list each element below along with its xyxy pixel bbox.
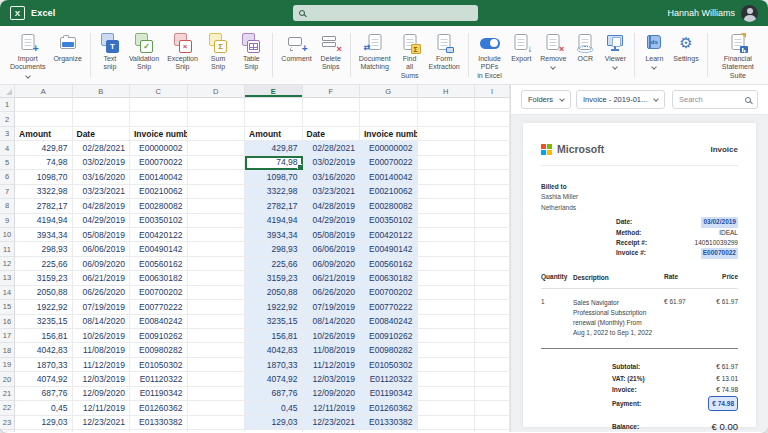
row-header-2[interactable]: 2	[0, 112, 15, 126]
cell-G6[interactable]: E00140042	[360, 170, 418, 184]
cell-F20[interactable]: 12/03/2019	[303, 372, 361, 386]
ribbon-button-learn[interactable]: dsLearn	[639, 31, 669, 69]
cell-D19[interactable]	[188, 358, 246, 372]
cell-F23[interactable]: 12/23/2021	[303, 416, 361, 430]
cell-E14[interactable]: 2050,88	[245, 286, 303, 300]
cell-H20[interactable]	[418, 372, 476, 386]
ribbon-button-exception-snip[interactable]: ×Exception Snip	[163, 31, 202, 72]
row-header-22[interactable]: 22	[0, 401, 15, 415]
cell-G2[interactable]	[360, 112, 418, 126]
cell-G8[interactable]: E00280082	[360, 199, 418, 213]
cell-G14[interactable]: E00700202	[360, 286, 418, 300]
cell-D18[interactable]	[188, 343, 246, 357]
cell-B19[interactable]: 11/12/2019	[73, 358, 131, 372]
cell-C20[interactable]: E01120322	[130, 372, 188, 386]
cell-D21[interactable]	[188, 387, 246, 401]
cell-C4[interactable]: E00000002	[130, 141, 188, 155]
cell-D15[interactable]	[188, 300, 246, 314]
cell-D5[interactable]	[188, 156, 246, 170]
cell-D24[interactable]	[188, 430, 246, 432]
cell-G21[interactable]: E01190342	[360, 387, 418, 401]
cell-C22[interactable]: E01260362	[130, 401, 188, 415]
cell-E21[interactable]: 687,76	[245, 387, 303, 401]
column-header-C[interactable]: C	[130, 85, 188, 98]
cell-E5[interactable]: 74,98	[245, 156, 303, 170]
cell-A12[interactable]: 225,66	[15, 257, 73, 271]
cell-D14[interactable]	[188, 286, 246, 300]
cell-I23[interactable]	[475, 416, 510, 430]
column-header-G[interactable]: G	[360, 85, 418, 98]
cell-D12[interactable]	[188, 257, 246, 271]
cell-H9[interactable]	[418, 214, 476, 228]
column-header-I[interactable]: I	[475, 85, 510, 98]
cell-B4[interactable]: 02/28/2021	[73, 141, 131, 155]
cell-D20[interactable]	[188, 372, 246, 386]
cell-A2[interactable]	[15, 112, 73, 126]
cell-B22[interactable]: 12/11/2019	[73, 401, 131, 415]
cell-H5[interactable]	[418, 156, 476, 170]
cell-B2[interactable]	[73, 112, 131, 126]
cell-C21[interactable]: E01190342	[130, 387, 188, 401]
cell-I14[interactable]	[475, 286, 510, 300]
titlebar-search-input[interactable]	[293, 5, 478, 21]
cell-A19[interactable]: 1870,33	[15, 358, 73, 372]
cell-D11[interactable]	[188, 242, 246, 256]
cell-E19[interactable]: 1870,33	[245, 358, 303, 372]
cell-H8[interactable]	[418, 199, 476, 213]
row-header-20[interactable]: 20	[0, 372, 15, 386]
row-header-3[interactable]: 3	[0, 127, 15, 141]
cell-C15[interactable]: E00770222	[130, 300, 188, 314]
cell-D1[interactable]	[188, 98, 246, 112]
cell-A3[interactable]: Amount	[15, 127, 73, 141]
cell-G16[interactable]: E00840242	[360, 315, 418, 329]
cell-H13[interactable]	[418, 271, 476, 285]
row-header-9[interactable]: 9	[0, 214, 15, 228]
row-header-24[interactable]: 24	[0, 430, 15, 432]
cell-A9[interactable]: 4194,94	[15, 214, 73, 228]
cell-B17[interactable]: 10/26/2019	[73, 329, 131, 343]
row-header-15[interactable]: 15	[0, 300, 15, 314]
ribbon-button-ocr[interactable]: OCR	[570, 31, 600, 63]
cell-E6[interactable]: 1098,70	[245, 170, 303, 184]
cell-I9[interactable]	[475, 214, 510, 228]
cell-H23[interactable]	[418, 416, 476, 430]
cell-F19[interactable]: 11/12/2019	[303, 358, 361, 372]
cell-F16[interactable]: 08/14/2020	[303, 315, 361, 329]
row-header-5[interactable]: 5	[0, 156, 15, 170]
ribbon-button-viewer[interactable]: Viewer	[600, 31, 630, 69]
cell-B13[interactable]: 06/21/2019	[73, 271, 131, 285]
cell-E3[interactable]: Amount	[245, 127, 303, 141]
cell-E17[interactable]: 156,81	[245, 329, 303, 343]
ribbon-button-document-matching[interactable]: ⇄Document Matching	[355, 31, 395, 72]
cell-B14[interactable]: 06/26/2020	[73, 286, 131, 300]
cell-F2[interactable]	[303, 112, 361, 126]
cell-E4[interactable]: 429,87	[245, 141, 303, 155]
cell-H21[interactable]	[418, 387, 476, 401]
column-header-E[interactable]: E	[245, 85, 303, 98]
cell-I1[interactable]	[475, 98, 510, 112]
cell-H2[interactable]	[418, 112, 476, 126]
cell-H24[interactable]	[418, 430, 476, 432]
cell-C1[interactable]	[130, 98, 188, 112]
column-header-B[interactable]: B	[73, 85, 131, 98]
cell-E1[interactable]	[245, 98, 303, 112]
folders-dropdown[interactable]: Folders	[521, 90, 571, 109]
row-header-18[interactable]: 18	[0, 343, 15, 357]
cell-F4[interactable]: 02/28/2021	[303, 141, 361, 155]
cell-A11[interactable]: 298,93	[15, 242, 73, 256]
cell-A17[interactable]: 156,81	[15, 329, 73, 343]
cell-H4[interactable]	[418, 141, 476, 155]
cell-E9[interactable]: 4194,94	[245, 214, 303, 228]
cell-D8[interactable]	[188, 199, 246, 213]
panel-search-input[interactable]: Search	[672, 90, 758, 109]
row-header-14[interactable]: 14	[0, 286, 15, 300]
cell-B9[interactable]: 04/29/2019	[73, 214, 131, 228]
ribbon-button-export[interactable]: ↓Export	[506, 31, 536, 63]
cell-A23[interactable]: 129,03	[15, 416, 73, 430]
cell-A16[interactable]: 3235,15	[15, 315, 73, 329]
cell-I20[interactable]	[475, 372, 510, 386]
row-header-23[interactable]: 23	[0, 416, 15, 430]
cell-C2[interactable]	[130, 112, 188, 126]
cell-C5[interactable]: E00070022	[130, 156, 188, 170]
cell-A10[interactable]: 3934,34	[15, 228, 73, 242]
